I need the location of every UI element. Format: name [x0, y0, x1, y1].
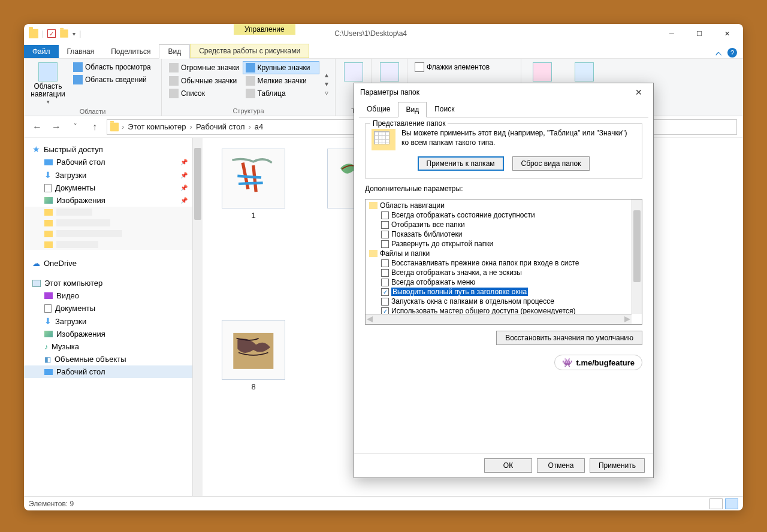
file-item[interactable]: 1 [215, 149, 292, 220]
sidebar-item-onedrive[interactable]: ☁OneDrive [24, 257, 192, 270]
sidebar-item-pictures[interactable]: Изображения📌 [24, 194, 192, 207]
tree-option[interactable]: Запускать окна с папками в отдельном про… [367, 297, 641, 306]
checkbox-checked[interactable]: ✓ [381, 288, 389, 296]
chevron-right-icon[interactable]: › [249, 122, 251, 131]
forward-button[interactable]: → [49, 120, 64, 134]
tree-option[interactable]: Всегда отображать состояние доступности [367, 210, 641, 220]
tree-option[interactable]: Всегда отображать меню [367, 277, 641, 287]
large-icons-view-button[interactable] [725, 498, 738, 509]
checkbox[interactable] [381, 240, 389, 248]
tree-option[interactable]: Отобразить все папки [367, 220, 641, 229]
close-button[interactable]: ✕ [713, 24, 741, 43]
sidebar-item-desktop[interactable]: Рабочий стол [24, 365, 192, 378]
sidebar-item-recent[interactable] [24, 239, 192, 250]
sidebar-item-music[interactable]: ♪Музыка [24, 340, 192, 353]
collapse-ribbon-icon[interactable]: ᨈ [715, 48, 723, 58]
sidebar-item-desktop[interactable]: Рабочий стол📌 [24, 156, 192, 168]
tab-file[interactable]: Файл [24, 45, 59, 58]
list-vscrollbar[interactable] [632, 200, 642, 314]
tab-search[interactable]: Поиск [427, 101, 462, 117]
desktop-icon [44, 369, 53, 375]
help-icon[interactable]: ? [727, 48, 737, 58]
checkbox[interactable] [381, 259, 389, 267]
checkbox[interactable] [381, 211, 389, 219]
sidebar-scrollbar[interactable] [192, 138, 203, 496]
reset-folders-button[interactable]: Сброс вида папок [512, 156, 590, 171]
sidebar-item-recent[interactable] [24, 207, 192, 217]
breadcrumb[interactable]: Рабочий стол [195, 122, 246, 131]
tab-share[interactable]: Поделиться [102, 45, 159, 58]
layout-medium[interactable]: Обычные значки [167, 75, 243, 87]
apply-to-folders-button[interactable]: Применить к папкам [418, 156, 504, 171]
qat-folder-icon[interactable] [60, 29, 68, 38]
pin-icon: 📌 [180, 172, 188, 179]
tree-option[interactable]: Восстанавливать прежние окна папок при в… [367, 258, 641, 268]
details-pane-button[interactable]: Область сведений [71, 74, 153, 86]
status-bar: Элементов: 9 [24, 496, 743, 510]
ok-button[interactable]: ОК [484, 458, 532, 473]
preview-pane-button[interactable]: Область просмотра [71, 61, 153, 73]
sidebar-item-recent[interactable] [24, 228, 192, 239]
tree-group-navigation[interactable]: Область навигации [367, 201, 641, 210]
sidebar-item-pictures[interactable]: Изображения [24, 328, 192, 340]
file-item[interactable]: 8 [215, 320, 292, 391]
tab-view[interactable]: Вид [159, 44, 190, 59]
checkbox[interactable] [381, 279, 389, 286]
breadcrumb[interactable]: Этот компьютер [126, 122, 187, 131]
navigation-pane-button[interactable]: Область навигации ▾ [29, 61, 67, 107]
qat-overflow[interactable]: ▾ [73, 31, 76, 37]
sidebar-item-quick-access[interactable]: ★Быстрый доступ [24, 143, 192, 156]
tab-general[interactable]: Общие [359, 101, 398, 117]
dialog-title: Параметры папок [360, 88, 419, 96]
sidebar-item-this-pc[interactable]: Этот компьютер [24, 277, 192, 289]
layout-scroll-up[interactable]: ▴ [323, 71, 330, 79]
tab-picture-tools[interactable]: Средства работы с рисунками [190, 44, 309, 58]
tree-option[interactable]: Показать библиотеки [367, 229, 641, 239]
folder-icon [44, 220, 53, 226]
sidebar-item-downloads[interactable]: ⬇Загрузки [24, 315, 192, 328]
layout-list[interactable]: Список [167, 87, 243, 99]
sidebar-item-documents[interactable]: Документы📌 [24, 182, 192, 194]
star-icon: ★ [32, 144, 40, 154]
sidebar-item-documents[interactable]: Документы [24, 302, 192, 315]
checkbox[interactable] [381, 231, 389, 238]
minimize-button[interactable]: ─ [658, 24, 686, 43]
chevron-right-icon[interactable]: › [122, 122, 124, 131]
advanced-settings-list[interactable]: Область навигации Всегда отображать сост… [365, 199, 642, 325]
chevron-right-icon[interactable]: › [190, 122, 192, 131]
apply-button[interactable]: Применить [590, 458, 645, 473]
pictures-icon [44, 197, 53, 204]
list-hscrollbar[interactable] [366, 314, 632, 324]
recent-dropdown[interactable]: ˅ [68, 120, 83, 134]
layout-scroll-down[interactable]: ▾ [323, 80, 330, 88]
checkbox[interactable] [381, 298, 389, 306]
sidebar-item-downloads[interactable]: ⬇Загрузки📌 [24, 168, 192, 182]
maximize-button[interactable]: ☐ [686, 24, 713, 43]
layout-extra-large[interactable]: Огромные значки [167, 61, 243, 74]
checkbox[interactable] [381, 221, 389, 229]
restore-defaults-button[interactable]: Восстановить значения по умолчанию [496, 331, 642, 345]
up-button[interactable]: ↑ [87, 120, 102, 134]
dialog-titlebar[interactable]: Параметры папок ✕ [354, 83, 653, 101]
back-button[interactable]: ← [30, 120, 44, 134]
sidebar-item-3d-objects[interactable]: ◧Объемные объекты [24, 353, 192, 365]
details-view-button[interactable] [709, 498, 723, 509]
tree-option[interactable]: Всегда отображать значки, а не эскизы [367, 268, 641, 277]
tab-home[interactable]: Главная [59, 45, 103, 58]
tree-group-files[interactable]: Файлы и папки [367, 249, 641, 258]
item-checkboxes-toggle[interactable]: Флажки элементов [412, 61, 492, 73]
tree-option-full-path[interactable]: ✓Выводить полный путь в заголовке окна [367, 287, 641, 297]
breadcrumb[interactable]: a4 [253, 122, 264, 131]
cancel-button[interactable]: Отмена [537, 458, 585, 473]
qat-checkbox-icon[interactable]: ✓ [47, 29, 56, 38]
sidebar-item-recent[interactable] [24, 217, 192, 228]
tab-view[interactable]: Вид [398, 102, 427, 117]
layout-details[interactable]: Таблица [243, 87, 320, 99]
sidebar-item-videos[interactable]: Видео [24, 289, 192, 302]
close-button[interactable]: ✕ [630, 85, 647, 99]
checkbox[interactable] [381, 269, 389, 277]
layout-small[interactable]: Мелкие значки [243, 75, 320, 87]
layout-large[interactable]: Крупные значки [243, 61, 320, 74]
tree-option[interactable]: Развернуть до открытой папки [367, 239, 641, 249]
layout-more[interactable]: ▿ [323, 89, 330, 97]
